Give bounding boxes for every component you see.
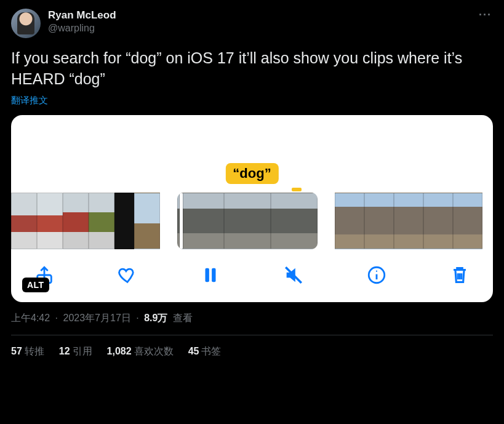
thumbnail [335, 193, 364, 249]
stat-retweets[interactable]: 57转推 [11, 345, 44, 358]
thumbnail [453, 193, 482, 249]
author-handle: @warpling [48, 22, 116, 35]
svg-point-5 [376, 270, 377, 271]
thumbnail [114, 193, 134, 249]
tweet-meta: 上午4:42 · 2023年7月17日 · 8.9万 查看 [11, 312, 493, 325]
translate-link[interactable]: 翻译推文 [11, 95, 48, 106]
trash-icon[interactable] [447, 263, 472, 287]
mute-icon[interactable] [281, 263, 306, 287]
thumbnail [271, 193, 318, 249]
player-controls [11, 249, 493, 302]
heart-icon[interactable] [115, 263, 140, 287]
thumbnail [63, 193, 89, 249]
playhead-indicator[interactable] [180, 193, 183, 249]
media-attachment[interactable]: “dog” [11, 115, 493, 302]
thumbnail [394, 193, 423, 249]
clip-group-2-active[interactable] [177, 193, 318, 249]
stat-quotes[interactable]: 12引用 [59, 345, 92, 358]
caption-marker [292, 188, 302, 191]
search-caption-bubble: “dog” [225, 163, 278, 184]
author-block[interactable]: Ryan McLeod @warpling [48, 9, 116, 35]
views-count: 8.9万 [144, 313, 167, 323]
tweet-card: Ryan McLeod @warpling ··· If you search … [0, 0, 504, 358]
more-options-icon[interactable]: ··· [479, 9, 492, 22]
info-icon[interactable] [364, 263, 389, 287]
media-inner: “dog” [11, 115, 493, 302]
pause-icon[interactable] [198, 263, 223, 287]
avatar[interactable] [11, 9, 41, 38]
thumbnail [37, 193, 63, 249]
thumbnail [423, 193, 453, 249]
thumbnail [224, 193, 271, 249]
tweet-header: Ryan McLeod @warpling [11, 9, 493, 38]
alt-badge[interactable]: ALT [22, 278, 49, 292]
stat-bookmarks[interactable]: 45书签 [188, 345, 222, 358]
thumbnail [11, 193, 37, 249]
views-label: 查看 [173, 313, 193, 323]
tweet-time[interactable]: 上午4:42 [11, 313, 50, 323]
video-timeline[interactable] [11, 193, 493, 249]
thumbnail [134, 193, 160, 249]
tweet-date[interactable]: 2023年7月17日 [63, 313, 131, 323]
thumbnail [89, 193, 114, 249]
author-display-name: Ryan McLeod [48, 9, 116, 22]
svg-rect-2 [212, 268, 215, 282]
clip-group-1[interactable] [11, 193, 160, 249]
svg-rect-1 [206, 268, 209, 282]
stat-likes[interactable]: 1,082喜欢次数 [107, 345, 174, 358]
clip-group-3[interactable] [335, 193, 482, 249]
thumbnail [364, 193, 394, 249]
tweet-text: If you search for “dog” on iOS 17 it’ll … [11, 48, 493, 90]
tweet-stats: 57转推 12引用 1,082喜欢次数 45书签 [11, 335, 493, 358]
thumbnail [177, 193, 224, 249]
